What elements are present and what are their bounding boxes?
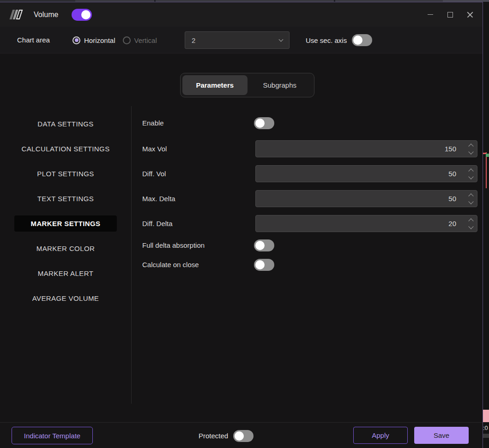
sidebar-item-average-volume[interactable]: AVERAGE VOLUME [0,286,131,311]
chart-area-bar: Chart area Horizontal Vertical 2 Use sec… [0,27,483,54]
settings-sidebar: DATA SETTINGS CALCULATION SETTINGS PLOT … [0,111,131,311]
indicator-enabled-toggle[interactable] [72,9,92,21]
max-vol-label: Max Vol [142,140,167,157]
diff-vol-spinner[interactable] [469,169,473,179]
chevron-up-icon [468,143,473,149]
minimize-icon [428,14,433,15]
chevron-down-icon [468,199,473,204]
calculate-on-close-row: Calculate on close [132,259,483,271]
price-axis-label: :0 [483,424,489,431]
chevron-down-icon [468,224,473,229]
max-vol-input[interactable] [255,140,477,157]
minimize-button[interactable] [423,8,437,22]
orientation-radio-group: Horizontal Vertical [72,27,157,54]
chevron-up-icon [468,193,473,198]
full-delta-absorption-label: Full delta absorption [142,239,205,251]
max-delta-spinner[interactable] [469,194,473,203]
close-icon [467,12,473,18]
chart-area-selected-value: 2 [192,36,195,44]
chart-area-select[interactable]: 2 [185,31,290,49]
chevron-up-icon [468,218,473,223]
app-logo-icon [10,10,23,19]
tab-bar: Parameters Subgraphs [180,73,314,97]
diff-vol-row: Diff. Vol [132,165,483,182]
save-button[interactable]: Save [414,427,469,444]
titlebar: Volume [0,2,483,27]
chevron-down-icon [279,37,284,42]
protected-label: Protected [199,432,228,440]
sidebar-item-marker-alert[interactable]: MARKER ALERT [0,261,131,286]
candle-body-green [486,154,489,157]
maximize-button[interactable] [443,8,457,22]
toggle-knob [353,36,362,45]
chevron-up-icon [468,168,473,173]
sidebar-item-marker-color[interactable]: MARKER COLOR [0,236,131,261]
chart-area-label: Chart area [17,27,50,54]
diff-delta-input[interactable] [255,215,477,232]
tab-subgraphs[interactable]: Subgraphs [248,75,313,95]
diff-vol-input[interactable] [255,165,477,182]
max-vol-spinner[interactable] [469,144,473,154]
sidebar-item-calculation-settings[interactable]: CALCULATION SETTINGS [0,136,131,161]
diff-delta-spinner[interactable] [469,219,473,228]
sidebar-item-data-settings[interactable]: DATA SETTINGS [0,111,131,136]
full-delta-absorption-row: Full delta absorption [132,239,483,251]
screen: Volume Chart area Horizontal Vertical 2 [0,0,489,448]
enable-toggle[interactable] [254,117,274,129]
dialog-footer: Indicator Template Protected Apply Save [0,422,483,448]
max-delta-row: Max. Delta [132,190,483,207]
toggle-knob [81,10,91,19]
enable-label: Enable [142,117,164,129]
max-delta-label: Max. Delta [142,190,175,207]
close-button[interactable] [463,8,477,22]
protected-group: Protected [199,423,254,448]
diff-vol-label: Diff. Vol [142,165,166,182]
toggle-knob [255,119,265,128]
full-delta-absorption-toggle[interactable] [254,239,274,251]
window-title: Volume [34,11,58,19]
sidebar-item-text-settings[interactable]: TEXT SETTINGS [0,186,131,211]
toggle-knob [255,241,265,250]
underlying-chart-sliver: :0 [483,2,489,448]
maximize-icon [447,12,453,18]
radio-horizontal-label[interactable]: Horizontal [84,36,115,44]
max-vol-row: Max Vol [132,140,483,157]
price-flag [483,410,489,422]
chevron-down-icon [468,174,473,179]
indicator-settings-dialog: Volume Chart area Horizontal Vertical 2 [0,2,483,448]
use-sec-axis-toggle[interactable] [352,34,372,46]
calculate-on-close-label: Calculate on close [142,259,199,271]
radio-horizontal[interactable] [72,36,80,44]
radio-vertical[interactable] [123,36,131,44]
protected-toggle[interactable] [233,430,254,442]
toggle-knob [255,260,265,269]
price-axis-box [483,434,489,438]
max-delta-input[interactable] [255,190,477,207]
window-controls [423,2,477,27]
candle-wick-red [486,152,487,188]
radio-vertical-label[interactable]: Vertical [134,36,157,44]
sec-axis-group: Use sec. axis [306,27,372,54]
apply-button[interactable]: Apply [353,427,408,444]
calculate-on-close-toggle[interactable] [254,259,274,271]
sidebar-item-marker-settings[interactable]: MARKER SETTINGS [0,211,131,236]
toggle-knob [235,431,244,441]
tab-parameters[interactable]: Parameters [182,75,248,95]
use-sec-axis-label: Use sec. axis [306,36,347,44]
enable-row: Enable [132,117,483,129]
indicator-template-button[interactable]: Indicator Template [12,427,93,444]
diff-delta-row: Diff. Delta [132,215,483,232]
chevron-down-icon [468,149,473,154]
sidebar-item-plot-settings[interactable]: PLOT SETTINGS [0,161,131,186]
diff-delta-label: Diff. Delta [142,215,173,232]
